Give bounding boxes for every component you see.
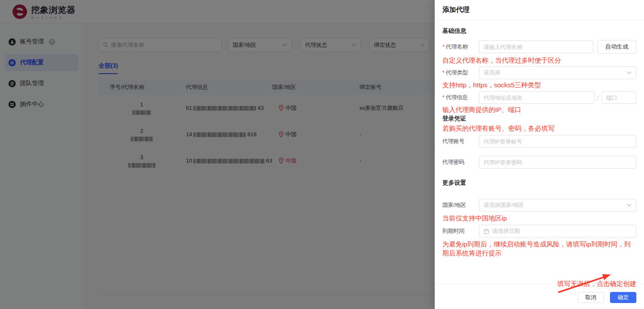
proxy-type-placeholder: 请选择 [484, 69, 500, 77]
expire-date-label: 到期时间 [442, 227, 479, 235]
section-more-settings: 更多设置 [442, 179, 636, 187]
region-select[interactable]: 请选择国家/地区 [479, 199, 636, 212]
annotation-credentials: 若购买的代理有账号、密码，务必填写 [442, 124, 636, 133]
proxy-password-row: 代理密码 [442, 156, 636, 169]
proxy-account-label: 代理账号 [442, 137, 479, 145]
section-basic-info: 基础信息 [442, 27, 636, 35]
proxy-name-input[interactable] [479, 40, 593, 53]
proxy-password-input[interactable] [479, 156, 636, 169]
proxy-port-input[interactable] [601, 91, 636, 104]
proxy-account-input[interactable] [479, 135, 636, 148]
annotation-proxy-type: 支持http，https，socks5三种类型 [442, 80, 636, 89]
cancel-button[interactable]: 取消 [578, 292, 604, 303]
annotation-expire-date: 为避免ip到期后，继续启动账号造成风险，请填写ip到期时间，到期后系统将进行提示 [442, 240, 636, 258]
expire-date-placeholder: 请选择日期 [492, 227, 520, 235]
section-login-credentials: 登录凭证 [442, 115, 636, 123]
annotation-proxy-name: 自定义代理名称，当代理过多时便于区分 [442, 56, 636, 65]
proxy-password-label: 代理密码 [442, 158, 479, 166]
drawer-title: 添加代理 [435, 0, 644, 20]
annotation-proxy-info: 输入代理商提供的IP、端口 [442, 105, 636, 114]
calendar-icon [484, 229, 489, 234]
proxy-account-row: 代理账号 [442, 135, 636, 148]
region-label: 国家/地区 [442, 201, 479, 209]
drawer-footer: 填写无误后，点击确定创建 取消 确定 [435, 283, 644, 309]
proxy-name-label: *代理名称 [442, 43, 479, 51]
expire-date-row: 到期时间 请选择日期 [442, 225, 636, 237]
proxy-type-select[interactable]: 请选择 [479, 66, 636, 79]
proxy-type-row: *代理类型 请选择 [442, 66, 636, 79]
proxy-address-input[interactable] [479, 91, 595, 104]
annotation-region: 当前仅支持中国地区ip [442, 214, 636, 223]
auto-generate-button[interactable]: 自动生成 [597, 40, 636, 54]
annotation-confirm: 填写无误后，点击确定创建 [442, 280, 636, 289]
expire-date-picker[interactable]: 请选择日期 [479, 225, 636, 237]
region-row: 国家/地区 请选择国家/地区 [442, 199, 636, 212]
address-port-separator: : [597, 94, 599, 101]
proxy-name-row: *代理名称 自动生成 [442, 40, 636, 54]
proxy-type-label: *代理类型 [442, 69, 479, 77]
proxy-info-label: *代理信息 [442, 94, 479, 101]
proxy-info-row: *代理信息 : [442, 91, 636, 104]
confirm-button[interactable]: 确定 [610, 292, 636, 303]
add-proxy-drawer: 添加代理 基础信息 *代理名称 自动生成 自定义代理名称，当代理过多时便于区分 … [435, 0, 644, 309]
chevron-down-icon [627, 203, 632, 207]
chevron-down-icon [627, 71, 632, 74]
region-placeholder: 请选择国家/地区 [484, 201, 524, 209]
